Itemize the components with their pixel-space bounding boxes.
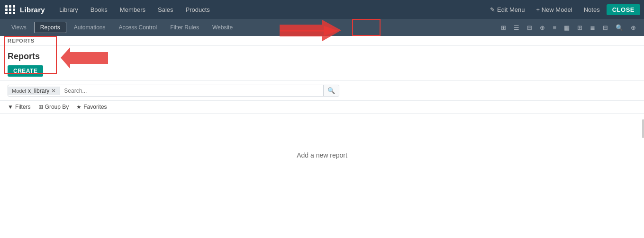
view-grid-icon[interactable]: ⊟ — [525, 23, 535, 33]
search-tag-remove[interactable]: ✕ — [51, 88, 56, 94]
view-kanban-icon[interactable]: ⊞ — [499, 23, 508, 33]
topbar: Library Library Books Members Sales Prod… — [0, 0, 644, 19]
filter-funnel-icon: ▼ — [8, 104, 13, 110]
empty-state: Add a new report — [0, 114, 644, 197]
nav-members[interactable]: Members — [114, 4, 151, 15]
secondbar-website[interactable]: Website — [207, 22, 238, 33]
filters-label: Filters — [15, 104, 31, 110]
view-map-icon[interactable]: ⊕ — [537, 23, 547, 33]
edit-menu-button[interactable]: ✎ Edit Menu — [485, 4, 529, 15]
empty-state-text: Add a new report — [297, 151, 347, 159]
nav-products[interactable]: Products — [180, 4, 216, 15]
favorites-label: Favorites — [83, 104, 107, 110]
filter-bar: Model x_library ✕ 🔍 — [0, 81, 644, 101]
star-icon: ★ — [76, 104, 82, 110]
group-by-button[interactable]: ⊞ Group By — [38, 104, 69, 110]
view-list-icon[interactable]: ☰ — [511, 23, 522, 33]
page-title: Reports — [8, 52, 43, 62]
new-model-button[interactable]: + New Model — [532, 4, 577, 15]
nav-library[interactable]: Library — [54, 4, 84, 15]
nav-books[interactable]: Books — [85, 4, 113, 15]
view-chart-icon[interactable]: ▦ — [562, 23, 572, 33]
search-submit-icon[interactable]: 🔍 — [323, 85, 339, 96]
page-header: Reports CREATE — [0, 46, 644, 81]
search-area: Model x_library ✕ 🔍 — [8, 85, 339, 97]
close-button[interactable]: CLOSE — [607, 4, 640, 15]
view-cols-icon[interactable]: ≣ — [588, 23, 598, 33]
search-tag-label: Model — [12, 88, 26, 94]
nav-sales[interactable]: Sales — [152, 4, 179, 15]
view-split-icon[interactable]: ⊟ — [600, 23, 610, 33]
search-input[interactable] — [60, 86, 323, 96]
secondbar-views[interactable]: Views — [6, 22, 32, 33]
search-tag-value: x_library — [28, 88, 49, 94]
filters-button[interactable]: ▼ Filters — [8, 104, 31, 110]
zoom-icon[interactable]: ⊕ — [628, 23, 638, 33]
create-button[interactable]: CREATE — [8, 65, 43, 77]
group-by-icon: ⊞ — [38, 104, 43, 110]
scrollbar[interactable] — [642, 119, 644, 138]
group-by-label: Group By — [45, 104, 69, 110]
search-tag: Model x_library ✕ — [8, 87, 60, 95]
topbar-nav: Library Books Members Sales Products — [54, 4, 485, 15]
topbar-right: ✎ Edit Menu + New Model Notes CLOSE — [485, 4, 640, 15]
breadcrumb: REPORTS — [0, 36, 644, 46]
view-activity-icon[interactable]: ≡ — [550, 23, 559, 33]
secondbar-view-icons: ⊞ ☰ ⊟ ⊕ ≡ ▦ ⊞ ≣ ⊟ 🔍 ⊕ — [499, 23, 638, 33]
secondbar: Views Reports Automations Access Control… — [0, 19, 644, 36]
notes-button[interactable]: Notes — [579, 4, 605, 15]
favorites-button[interactable]: ★ Favorites — [76, 104, 107, 110]
search-container: Model x_library ✕ 🔍 — [8, 85, 636, 97]
view-table-icon[interactable]: ⊞ — [575, 23, 585, 33]
secondbar-access-control[interactable]: Access Control — [113, 22, 163, 33]
search-icon[interactable]: 🔍 — [613, 23, 626, 33]
filters-row: ▼ Filters ⊞ Group By ★ Favorites — [0, 101, 644, 114]
secondbar-reports[interactable]: Reports — [34, 22, 66, 33]
main-content: Reports CREATE Model x_library ✕ 🔍 — [0, 46, 644, 197]
apps-menu-button[interactable] — [4, 3, 17, 16]
brand-name: Library — [20, 6, 45, 14]
page-title-area: Reports CREATE — [8, 52, 43, 77]
secondbar-filter-rules[interactable]: Filter Rules — [164, 22, 205, 33]
secondbar-automations[interactable]: Automations — [68, 22, 111, 33]
